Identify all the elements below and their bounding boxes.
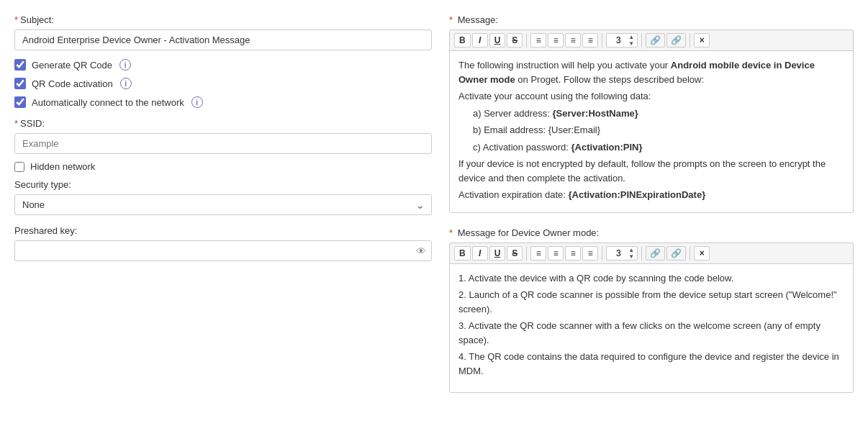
message-section: * Message: B I U S ≡ ≡ ≡ ≡ ▲ ▼ xyxy=(449,14,854,213)
font-size-input-2[interactable] xyxy=(610,248,627,258)
message-line3: a) Server address: {Server:HostName} xyxy=(473,107,844,121)
align-center-button-2[interactable]: ≡ xyxy=(548,246,564,260)
subject-required: * xyxy=(14,14,18,25)
justify-button[interactable]: ≡ xyxy=(582,33,598,47)
unlink-button-2[interactable]: 🔗 xyxy=(666,246,686,260)
message-line7: Activation expiration date: {Activation:… xyxy=(458,188,844,202)
message-label-text: Message: xyxy=(458,14,498,25)
security-type-label: Security type: xyxy=(14,179,432,190)
preshared-key-wrapper: 👁 xyxy=(14,240,432,261)
generate-qr-row: Generate QR Code i xyxy=(14,59,432,71)
device-owner-line3: 3. Activate the QR code scanner with a f… xyxy=(458,319,844,347)
toolbar-divider-2 xyxy=(602,33,602,47)
ssid-label: *SSID: xyxy=(14,118,432,129)
align-right-button-2[interactable]: ≡ xyxy=(565,246,581,260)
justify-button-2[interactable]: ≡ xyxy=(582,246,598,260)
security-type-wrapper: None ⌄ xyxy=(14,194,432,215)
generate-qr-info-icon[interactable]: i xyxy=(119,59,131,71)
preshared-key-section: Preshared key: 👁 xyxy=(14,225,432,261)
device-owner-section: * Message for Device Owner mode: B I U S… xyxy=(449,227,854,393)
device-owner-required: * xyxy=(449,227,453,238)
message-required: * xyxy=(449,14,453,25)
bold-button-2[interactable]: B xyxy=(454,246,471,260)
security-type-select[interactable]: None xyxy=(14,194,432,215)
underline-button-2[interactable]: U xyxy=(489,246,506,260)
qr-activation-checkbox[interactable] xyxy=(14,78,26,89)
message-editor-content[interactable]: The following instruction will help you … xyxy=(449,50,854,213)
device-owner-toolbar: B I U S ≡ ≡ ≡ ≡ ▲ ▼ 🔗 🔗 xyxy=(449,243,854,263)
font-size-input[interactable] xyxy=(610,35,627,45)
font-size-down-2[interactable]: ▼ xyxy=(628,253,634,260)
ssid-section: *SSID: xyxy=(14,118,432,154)
eye-icon[interactable]: 👁 xyxy=(416,245,426,257)
link-button[interactable]: 🔗 xyxy=(646,33,665,47)
left-panel: *Subject: Generate QR Code i QR Code act… xyxy=(14,14,432,407)
message-line5: c) Activation password: {Activation:PIN} xyxy=(473,140,844,155)
toolbar2-divider-4 xyxy=(690,246,690,260)
auto-connect-info-icon[interactable]: i xyxy=(191,96,203,108)
generate-qr-label: Generate QR Code xyxy=(32,60,112,71)
italic-button[interactable]: I xyxy=(472,33,488,47)
font-size-up-2[interactable]: ▲ xyxy=(628,247,634,253)
toolbar-divider-1 xyxy=(526,33,527,47)
strikethrough-button[interactable]: S xyxy=(507,33,523,47)
align-left-button-2[interactable]: ≡ xyxy=(530,246,546,260)
ssid-required: * xyxy=(14,118,18,129)
auto-connect-row: Automatically connect to the network i xyxy=(14,96,432,108)
underline-button[interactable]: U xyxy=(489,33,506,47)
right-panel: * Message: B I U S ≡ ≡ ≡ ≡ ▲ ▼ xyxy=(449,14,854,407)
auto-connect-label: Automatically connect to the network xyxy=(32,97,184,108)
align-left-button[interactable]: ≡ xyxy=(530,33,546,47)
toolbar-divider-3 xyxy=(641,33,642,47)
align-right-button[interactable]: ≡ xyxy=(565,33,581,47)
message-line2: Activate your account using the followin… xyxy=(458,89,844,104)
hidden-network-checkbox[interactable] xyxy=(14,162,24,172)
message-toolbar: B I U S ≡ ≡ ≡ ≡ ▲ ▼ 🔗 🔗 xyxy=(449,30,854,50)
font-size-control: ▲ ▼ xyxy=(606,33,638,47)
italic-button-2[interactable]: I xyxy=(472,246,488,260)
toolbar2-divider-1 xyxy=(526,246,527,260)
qr-activation-label: QR Code activation xyxy=(32,78,113,89)
preshared-key-label-text: Preshared key: xyxy=(14,225,77,236)
link-button-2[interactable]: 🔗 xyxy=(646,246,665,260)
subject-field: *Subject: xyxy=(14,14,432,50)
bold-button[interactable]: B xyxy=(454,33,471,47)
strikethrough-button-2[interactable]: S xyxy=(507,246,523,260)
message-line1: The following instruction will help you … xyxy=(458,58,844,86)
align-center-button[interactable]: ≡ xyxy=(548,33,564,47)
preshared-key-label: Preshared key: xyxy=(14,225,432,236)
device-owner-label-text: Message for Device Owner mode: xyxy=(458,227,600,238)
message-section-label: * Message: xyxy=(449,14,854,25)
font-size-spinners: ▲ ▼ xyxy=(628,34,634,47)
device-owner-line1: 1. Activate the device with a QR code by… xyxy=(458,271,844,286)
font-size-down[interactable]: ▼ xyxy=(628,40,634,47)
device-owner-line2: 2. Launch of a QR code scanner is possib… xyxy=(458,288,844,316)
font-size-up[interactable]: ▲ xyxy=(628,34,634,40)
toolbar2-divider-2 xyxy=(602,246,602,260)
device-owner-editor-content[interactable]: 1. Activate the device with a QR code by… xyxy=(449,263,854,393)
ssid-input[interactable] xyxy=(14,133,432,154)
close-button-2[interactable]: × xyxy=(694,246,710,260)
auto-connect-checkbox[interactable] xyxy=(14,96,26,108)
ssid-label-text: SSID: xyxy=(20,118,45,129)
unlink-button[interactable]: 🔗 xyxy=(666,33,686,47)
toolbar2-divider-3 xyxy=(641,246,642,260)
hidden-network-label: Hidden network xyxy=(30,161,95,172)
close-button[interactable]: × xyxy=(694,33,710,47)
security-type-section: Security type: None ⌄ xyxy=(14,179,432,215)
generate-qr-checkbox[interactable] xyxy=(14,59,26,71)
subject-label-text: Subject: xyxy=(20,14,54,25)
hidden-network-row: Hidden network xyxy=(14,161,432,172)
font-size-spinners-2: ▲ ▼ xyxy=(628,247,634,260)
device-owner-line4: 4. The QR code contains the data require… xyxy=(458,350,844,378)
qr-activation-row: QR Code activation i xyxy=(14,78,432,89)
font-size-control-2: ▲ ▼ xyxy=(606,246,638,260)
preshared-key-input[interactable] xyxy=(14,240,432,261)
qr-activation-info-icon[interactable]: i xyxy=(120,78,132,89)
toolbar-divider-4 xyxy=(690,33,690,47)
subject-label: *Subject: xyxy=(14,14,432,25)
subject-input[interactable] xyxy=(14,30,432,50)
message-line6: If your device is not encrypted by defau… xyxy=(458,157,844,185)
security-type-label-text: Security type: xyxy=(14,179,71,190)
device-owner-section-label: * Message for Device Owner mode: xyxy=(449,227,854,238)
